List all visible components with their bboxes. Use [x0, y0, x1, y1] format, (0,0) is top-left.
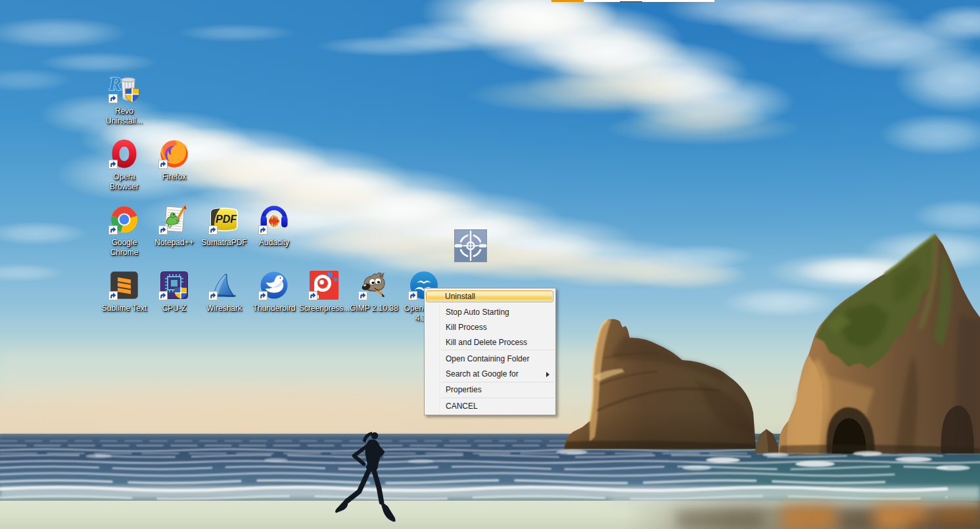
svg-text:R: R [108, 72, 122, 94]
svg-text:PDF: PDF [216, 214, 237, 225]
